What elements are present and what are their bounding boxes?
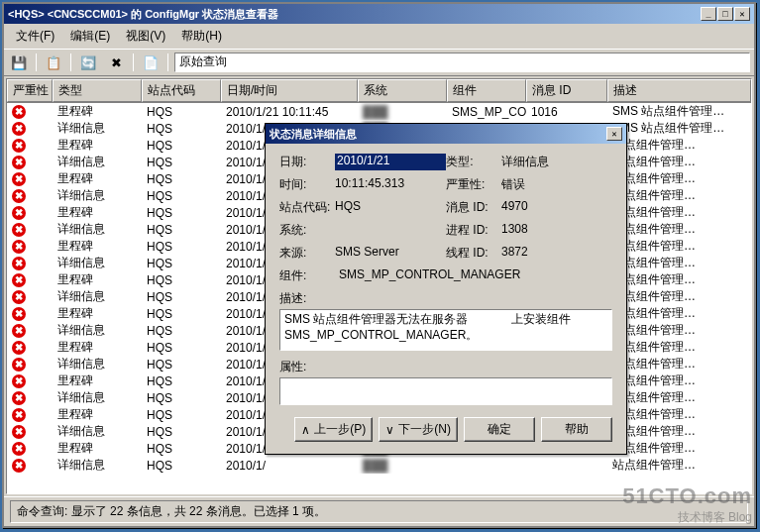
menu-edit[interactable]: 编辑(E)	[62, 26, 118, 47]
cell-desc: 站点组件管理…	[607, 170, 751, 187]
menu-help[interactable]: 帮助(H)	[173, 26, 230, 47]
cell-desc: 站点组件管理…	[607, 389, 751, 406]
cell-type: 详细信息	[53, 322, 142, 339]
dialog-close-button[interactable]: ✕	[606, 127, 622, 141]
cell-desc: 站点组件管理…	[607, 372, 751, 389]
lbl-site: 站点代码:	[279, 199, 335, 216]
cell-site: HQS	[142, 238, 221, 255]
minimize-button[interactable]: _	[701, 7, 716, 21]
error-icon: ✖	[12, 459, 26, 473]
cell-site: HQS	[142, 372, 221, 389]
cell-severity: ✖	[7, 271, 53, 288]
val-severity: 错误	[501, 176, 612, 193]
col-type[interactable]: 类型	[53, 79, 142, 102]
cell-site: HQS	[142, 170, 221, 187]
cell-type: 里程碑	[53, 238, 142, 255]
cell-severity: ✖	[7, 238, 53, 255]
cell-type: 详细信息	[53, 389, 142, 406]
cell-desc: 站点组件管理…	[607, 137, 751, 154]
cell-component: SMS_MP_CON…	[447, 103, 526, 120]
cell-severity: ✖	[7, 423, 53, 440]
cell-type: 详细信息	[53, 457, 142, 474]
cell-type: 里程碑	[53, 137, 142, 154]
cell-severity: ✖	[7, 406, 53, 423]
properties-icon[interactable]: 📄	[140, 53, 162, 72]
ok-button[interactable]: 确定	[464, 417, 535, 442]
cell-severity: ✖	[7, 187, 53, 204]
close-button[interactable]: ✕	[734, 7, 750, 21]
dialog-title: 状态消息详细信息	[270, 127, 606, 142]
lbl-time: 时间:	[279, 176, 335, 193]
table-row[interactable]: ✖详细信息HQS2010/1/███站点组件管理…	[7, 457, 751, 474]
lbl-type: 类型:	[446, 154, 501, 170]
cell-type: 里程碑	[53, 271, 142, 288]
cell-site: HQS	[142, 187, 221, 204]
cell-site: HQS	[142, 271, 221, 288]
col-msgid[interactable]: 消息 ID	[526, 79, 607, 102]
cell-site: HQS	[142, 389, 221, 406]
cell-type: 详细信息	[53, 187, 142, 204]
cell-site: HQS	[142, 423, 221, 440]
cell-severity: ✖	[7, 103, 53, 120]
dialog-titlebar: 状态消息详细信息 ✕	[266, 124, 626, 144]
col-system[interactable]: 系统	[358, 79, 447, 102]
col-component[interactable]: 组件	[447, 79, 526, 102]
val-date[interactable]: 2010/1/21	[335, 154, 446, 170]
col-desc[interactable]: 描述	[607, 79, 751, 102]
val-component: SMS_MP_CONTROL_MANAGER	[339, 267, 520, 284]
prev-button[interactable]: ∧上一步(P)	[294, 417, 373, 442]
cell-severity: ✖	[7, 372, 53, 389]
error-icon: ✖	[12, 408, 26, 422]
cell-type: 详细信息	[53, 288, 142, 305]
cell-severity: ✖	[7, 322, 53, 339]
stop-icon[interactable]: ✖	[105, 53, 127, 72]
cell-type: 里程碑	[53, 103, 142, 120]
separator	[36, 53, 37, 71]
cell-type: 详细信息	[53, 154, 142, 170]
cell-desc: 站点组件管理…	[607, 221, 751, 238]
col-severity[interactable]: 严重性	[7, 79, 53, 102]
query-input[interactable]: 原始查询	[174, 53, 750, 72]
cell-site: HQS	[142, 120, 221, 137]
cell-severity: ✖	[7, 339, 53, 356]
cell-desc: 站点组件管理…	[607, 440, 751, 457]
cell-site: HQS	[142, 137, 221, 154]
lbl-procid: 进程 ID:	[446, 222, 501, 239]
cell-site: HQS	[142, 103, 221, 120]
lbl-system: 系统:	[279, 222, 335, 239]
cell-site: HQS	[142, 440, 221, 457]
cell-type: 详细信息	[53, 221, 142, 238]
cell-severity: ✖	[7, 170, 53, 187]
cell-desc: 站点组件管理…	[607, 457, 751, 474]
table-row[interactable]: ✖里程碑HQS2010/1/21 10:11:45███SMS_MP_CON…1…	[7, 103, 751, 120]
cell-desc: 站点组件管理…	[607, 288, 751, 305]
cell-desc: 站点组件管理…	[607, 423, 751, 440]
cell-severity: ✖	[7, 389, 53, 406]
cell-site: HQS	[142, 339, 221, 356]
detail-dialog: 状态消息详细信息 ✕ 日期: 2010/1/21 类型: 详细信息 时间: 10…	[265, 123, 627, 455]
cell-site: HQS	[142, 406, 221, 423]
help-button[interactable]: 帮助	[541, 417, 612, 442]
up-arrow-icon: ∧	[301, 423, 310, 437]
cell-site: HQS	[142, 305, 221, 322]
cell-severity: ✖	[7, 305, 53, 322]
refresh-icon[interactable]: 🔄	[77, 53, 99, 72]
cell-desc: 站点组件管理…	[607, 271, 751, 288]
maximize-button[interactable]: □	[717, 7, 733, 21]
desc-textarea[interactable]: SMS 站点组件管理器无法在服务器 上安装组件 SMS_MP_CONTROL_M…	[279, 309, 612, 351]
main-title: <HQS> <CNCSCCM01> 的 ConfigMgr 状态消息查看器	[8, 7, 701, 22]
col-datetime[interactable]: 日期/时间	[221, 79, 358, 102]
val-procid: 1308	[501, 222, 612, 239]
col-site[interactable]: 站点代码	[142, 79, 221, 102]
cell-type: 里程碑	[53, 406, 142, 423]
props-textarea[interactable]	[279, 377, 612, 405]
menu-file[interactable]: 文件(F)	[8, 26, 62, 47]
cell-severity: ✖	[7, 288, 53, 305]
copy-icon[interactable]: 📋	[43, 53, 64, 72]
error-icon: ✖	[12, 139, 26, 153]
list-header: 严重性 类型 站点代码 日期/时间 系统 组件 消息 ID 描述	[7, 79, 751, 103]
save-icon[interactable]: 💾	[8, 53, 30, 72]
next-button[interactable]: ∨下一步(N)	[379, 417, 458, 442]
cell-msgid: 1016	[526, 103, 607, 120]
menu-view[interactable]: 视图(V)	[118, 26, 173, 47]
